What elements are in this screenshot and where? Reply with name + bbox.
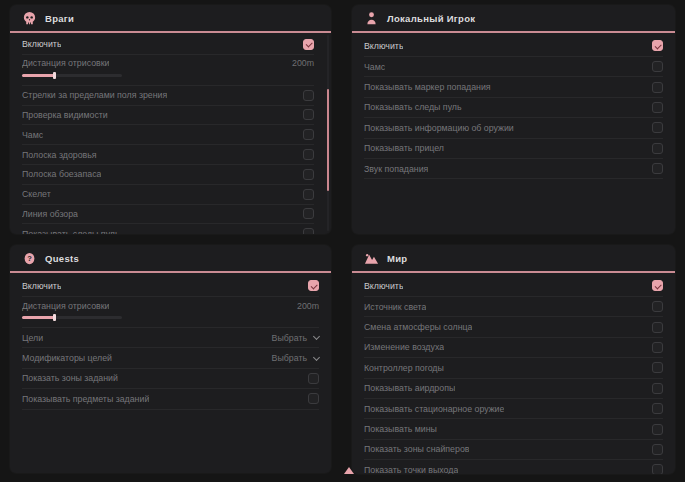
row-local-player-4[interactable]: Показывать информацию об оружии (364, 118, 663, 138)
checkbox[interactable] (652, 342, 663, 353)
slider-label: Дистанция отрисовки (22, 58, 109, 68)
checkbox[interactable] (308, 393, 319, 404)
row-label: Источник света (364, 302, 426, 312)
row-world-9[interactable]: Показать точки выхода (364, 460, 663, 474)
row-quests-5[interactable]: Показывать предметы заданий (22, 389, 319, 409)
row-label: Показать зоны снайперов (364, 444, 469, 454)
row-label: Показывать маркер попадания (364, 82, 491, 92)
checkbox[interactable] (303, 39, 314, 50)
checkbox[interactable] (652, 383, 663, 394)
row-world-1[interactable]: Источник света (364, 297, 663, 317)
row-enemies-3[interactable]: Проверка видимости (22, 106, 314, 126)
row-label: Проверка видимости (22, 110, 108, 120)
dropdown[interactable]: Выбрать (272, 353, 319, 363)
panel-local-player-header: Локальный Игрок (352, 5, 675, 33)
checkbox[interactable] (652, 301, 663, 312)
checkbox[interactable] (303, 109, 314, 120)
panel-title: Quests (45, 253, 79, 264)
slider-fill (22, 74, 55, 77)
dropdown-label: Модификаторы целей (22, 353, 112, 363)
row-world-2[interactable]: Смена атмосферы солнца (364, 317, 663, 337)
row-enemies-5[interactable]: Полоска здоровья (22, 145, 314, 165)
dropdown[interactable]: Выбрать (272, 333, 319, 343)
row-enemies-9[interactable]: Показывать следы пуль (22, 224, 314, 234)
row-enemies-1: Дистанция отрисовки200m (22, 55, 314, 86)
row-world-7[interactable]: Показывать мины (364, 419, 663, 439)
checkbox[interactable] (308, 373, 319, 384)
panel-quests-rows: ВключитьДистанция отрисовки200mЦелиВыбра… (10, 273, 331, 410)
row-world-4[interactable]: Контроллер погоды (364, 358, 663, 378)
row-local-player-0[interactable]: Включить (364, 35, 663, 57)
panel-quests-header: ? Quests (10, 245, 331, 273)
slider-thumb[interactable] (53, 314, 56, 321)
panel-world-rows: ВключитьИсточник светаСмена атмосферы со… (352, 273, 675, 474)
checkbox[interactable] (652, 61, 663, 72)
row-enemies-7[interactable]: Скелет (22, 185, 314, 205)
checkbox[interactable] (652, 122, 663, 133)
checkbox[interactable] (303, 208, 314, 219)
row-label: Показывать прицел (364, 143, 444, 153)
row-label: Полоска боезапаса (22, 169, 101, 179)
checkbox[interactable] (652, 362, 663, 373)
row-label: Смена атмосферы солнца (364, 322, 472, 332)
triangle-up-icon (344, 467, 354, 474)
panel-title: Локальный Игрок (387, 13, 475, 24)
row-local-player-5[interactable]: Показывать прицел (364, 139, 663, 159)
panel-enemies-header: Враги (10, 5, 331, 33)
checkbox[interactable] (652, 143, 663, 154)
checkbox[interactable] (303, 228, 314, 234)
mountain-icon (364, 251, 379, 266)
dropdown-label: Цели (22, 333, 43, 343)
checkbox[interactable] (303, 90, 314, 101)
checkbox[interactable] (652, 280, 663, 291)
row-world-6[interactable]: Показывать стационарное оружие (364, 399, 663, 419)
slider-track[interactable] (22, 316, 122, 319)
row-label: Полоска здоровья (22, 150, 97, 160)
row-label: Изменение воздуха (364, 342, 444, 352)
row-label: Показывать информацию об оружии (364, 123, 514, 133)
checkbox[interactable] (652, 40, 663, 51)
row-label: Звук попадания (364, 164, 428, 174)
row-world-5[interactable]: Показывать аирдропы (364, 379, 663, 399)
checkbox[interactable] (652, 82, 663, 93)
checkbox[interactable] (308, 280, 319, 291)
row-quests-1: Дистанция отрисовки200m (22, 297, 319, 328)
row-label: Чамс (364, 62, 385, 72)
row-local-player-3[interactable]: Показывать следы пуль (364, 98, 663, 118)
checkbox[interactable] (303, 169, 314, 180)
panel-title: Мир (387, 253, 407, 264)
panel-world-header: Мир (352, 245, 675, 273)
slider-thumb[interactable] (53, 72, 56, 79)
checkbox[interactable] (652, 464, 663, 474)
row-local-player-2[interactable]: Показывать маркер попадания (364, 77, 663, 97)
checkbox[interactable] (303, 129, 314, 140)
row-enemies-8[interactable]: Линия обзора (22, 205, 314, 225)
checkbox[interactable] (303, 189, 314, 200)
row-quests-3: Модификаторы целейВыбрать (22, 348, 319, 368)
row-local-player-6[interactable]: Звук попадания (364, 159, 663, 179)
row-label: Показывать следы пуль (364, 102, 462, 112)
row-enemies-4[interactable]: Чамс (22, 125, 314, 145)
row-quests-0[interactable]: Включить (22, 275, 319, 297)
panel-title: Враги (45, 13, 74, 24)
row-enemies-0[interactable]: Включить (22, 35, 314, 55)
row-world-0[interactable]: Включить (364, 275, 663, 297)
checkbox[interactable] (652, 403, 663, 414)
row-world-8[interactable]: Показать зоны снайперов (364, 440, 663, 460)
row-label: Показать зоны заданий (22, 373, 118, 383)
row-enemies-2[interactable]: Стрелки за пределами поля зрения (22, 86, 314, 106)
checkbox[interactable] (652, 444, 663, 455)
row-label: Линия обзора (22, 209, 78, 219)
row-enemies-6[interactable]: Полоска боезапаса (22, 165, 314, 185)
checkbox[interactable] (303, 149, 314, 160)
row-world-3[interactable]: Изменение воздуха (364, 338, 663, 358)
scrollbar-thumb[interactable] (327, 89, 329, 191)
checkbox[interactable] (652, 322, 663, 333)
row-local-player-1[interactable]: Чамс (364, 57, 663, 77)
checkbox[interactable] (652, 163, 663, 174)
checkbox[interactable] (652, 102, 663, 113)
row-label: Показывать стационарное оружие (364, 404, 504, 414)
row-quests-4[interactable]: Показать зоны заданий (22, 369, 319, 389)
checkbox[interactable] (652, 424, 663, 435)
slider-track[interactable] (22, 74, 122, 77)
